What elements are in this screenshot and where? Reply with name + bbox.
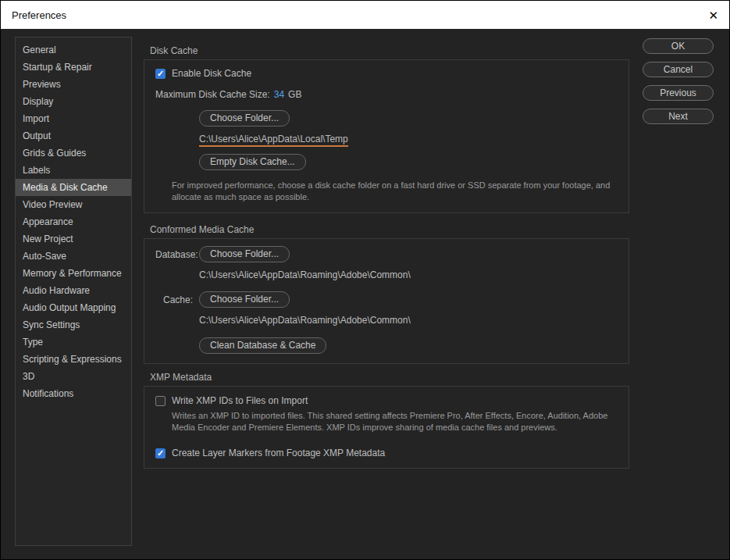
xmp-metadata-section-title: XMP Metadata [150, 373, 629, 383]
dialog-action-buttons: OK Cancel Previous Next [643, 38, 714, 124]
ok-button[interactable]: OK [643, 38, 714, 54]
database-path: C:\Users\Alice\AppData\Roaming\Adobe\Com… [199, 269, 411, 280]
conformed-media-cache-section-title: Conformed Media Cache [150, 225, 629, 235]
sidebar-item-new-project[interactable]: New Project [16, 230, 131, 248]
preferences-content: Disk Cache Enable Disk Cache Maximum Dis… [144, 37, 629, 469]
create-layer-markers-checkbox[interactable] [155, 448, 166, 458]
sidebar-item-auto-save[interactable]: Auto-Save [16, 248, 131, 265]
sidebar-item-previews[interactable]: Previews [16, 76, 131, 93]
database-choose-folder-button[interactable]: Choose Folder... [199, 246, 290, 262]
disk-cache-groupbox: Enable Disk Cache Maximum Disk Cache Siz… [144, 59, 629, 213]
sidebar-item-labels[interactable]: Labels [16, 162, 131, 179]
sidebar-item-display[interactable]: Display [16, 93, 131, 110]
sidebar-item-startup-repair[interactable]: Startup & Repair [16, 59, 131, 76]
conformed-media-cache-groupbox: Database: Choose Folder... C:\Users\Alic… [144, 238, 629, 364]
dialog-title: Preferences [12, 9, 66, 21]
sidebar-item-general[interactable]: General [16, 41, 131, 59]
write-xmp-checkbox[interactable] [155, 396, 166, 406]
disk-cache-section: Disk Cache Enable Disk Cache Maximum Dis… [144, 46, 629, 213]
disk-cache-folder-path: C:\Users\Alice\AppData\Local\Temp [199, 134, 348, 147]
sidebar-item-grids-guides[interactable]: Grids & Guides [16, 144, 131, 162]
create-layer-markers-label: Create Layer Markers from Footage XMP Me… [172, 448, 385, 458]
disk-cache-help-text: For improved performance, choose a disk … [172, 180, 615, 203]
disk-cache-section-title: Disk Cache [150, 46, 629, 56]
conformed-media-cache-section: Conformed Media Cache Database: Choose F… [144, 225, 629, 364]
sidebar-item-output[interactable]: Output [16, 127, 131, 144]
sidebar-item-appearance[interactable]: Appearance [16, 213, 131, 230]
titlebar: Preferences ✕ [1, 1, 729, 29]
cache-label: Cache: [155, 294, 193, 305]
max-disk-cache-label: Maximum Disk Cache Size: [155, 89, 270, 100]
sidebar-item-import[interactable]: Import [16, 110, 131, 127]
sidebar-item-notifications[interactable]: Notifications [16, 385, 131, 402]
next-button[interactable]: Next [643, 109, 714, 124]
xmp-metadata-section: XMP Metadata Write XMP IDs to Files on I… [144, 373, 629, 469]
sidebar-item-3d[interactable]: 3D [16, 368, 131, 385]
max-disk-cache-unit: GB [288, 89, 301, 100]
enable-disk-cache-row: Enable Disk Cache [155, 68, 629, 79]
write-xmp-row: Write XMP IDs to Files on Import [155, 395, 629, 406]
clean-database-cache-button[interactable]: Clean Database & Cache [199, 337, 326, 354]
preferences-sidebar: General Startup & Repair Previews Displa… [15, 37, 132, 546]
cache-choose-folder-button[interactable]: Choose Folder... [199, 291, 290, 308]
enable-disk-cache-label: Enable Disk Cache [172, 68, 251, 79]
sidebar-item-audio-hardware[interactable]: Audio Hardware [16, 282, 131, 299]
cancel-button[interactable]: Cancel [643, 62, 714, 77]
sidebar-item-media-disk-cache[interactable]: Media & Disk Cache [16, 179, 131, 196]
sidebar-item-audio-output-mapping[interactable]: Audio Output Mapping [16, 299, 131, 316]
max-disk-cache-value[interactable]: 34 [274, 89, 284, 100]
previous-button[interactable]: Previous [643, 85, 714, 101]
disk-cache-choose-folder-button[interactable]: Choose Folder... [199, 110, 290, 127]
create-layer-markers-row: Create Layer Markers from Footage XMP Me… [155, 448, 629, 458]
database-label: Database: [155, 249, 193, 260]
sidebar-item-sync-settings[interactable]: Sync Settings [16, 316, 131, 334]
empty-disk-cache-button[interactable]: Empty Disk Cache... [199, 154, 306, 170]
sidebar-item-video-preview[interactable]: Video Preview [16, 196, 131, 213]
sidebar-item-memory-performance[interactable]: Memory & Performance [16, 265, 131, 282]
sidebar-item-type[interactable]: Type [16, 334, 131, 351]
max-disk-cache-row: Maximum Disk Cache Size: 34 GB [155, 89, 629, 100]
sidebar-item-scripting-expressions[interactable]: Scripting & Expressions [16, 351, 131, 368]
write-xmp-label: Write XMP IDs to Files on Import [172, 395, 308, 406]
enable-disk-cache-checkbox[interactable] [155, 69, 166, 79]
close-icon[interactable]: ✕ [708, 9, 718, 21]
xmp-metadata-groupbox: Write XMP IDs to Files on Import Writes … [144, 386, 629, 469]
preferences-dialog: Preferences ✕ General Startup & Repair P… [0, 0, 730, 560]
cache-path: C:\Users\Alice\AppData\Roaming\Adobe\Com… [199, 315, 411, 326]
xmp-help-text: Writes an XMP ID to imported files. This… [172, 410, 609, 433]
